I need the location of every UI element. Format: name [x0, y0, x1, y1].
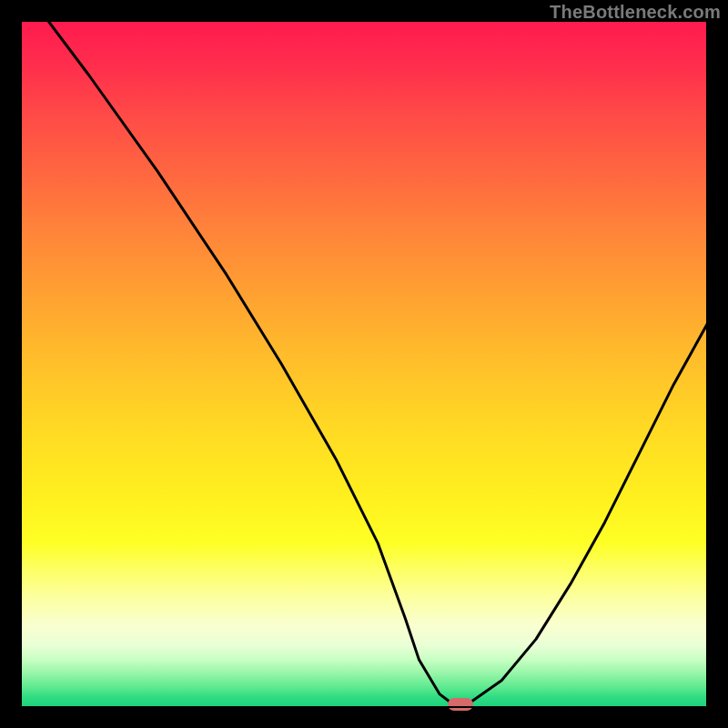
optimal-marker [448, 698, 473, 711]
bottleneck-curve [20, 20, 708, 708]
chart-frame [20, 20, 708, 708]
plot-area [20, 20, 708, 708]
